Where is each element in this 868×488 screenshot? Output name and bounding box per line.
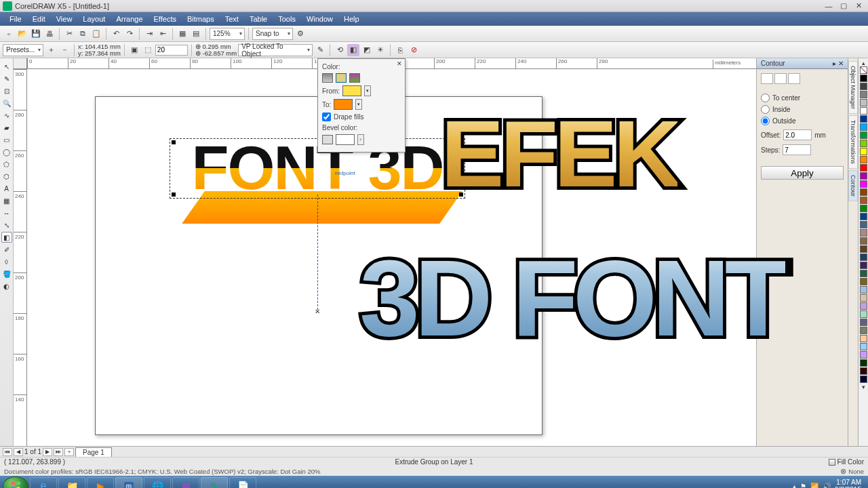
welcome-button[interactable]: ▤ xyxy=(190,28,202,40)
menu-arrange[interactable]: Arrange xyxy=(111,14,148,24)
options-button[interactable]: ⚙ xyxy=(294,28,307,40)
swatch[interactable] xyxy=(860,319,867,326)
drape-fills-checkbox[interactable] xyxy=(322,113,331,121)
clear-extrude-button[interactable]: ⊘ xyxy=(408,44,420,56)
menu-tools[interactable]: Tools xyxy=(273,14,301,24)
swatch[interactable] xyxy=(860,253,867,261)
outside-radio[interactable] xyxy=(761,117,770,125)
shape-tool[interactable]: ✎ xyxy=(1,73,12,84)
contour-preset-3[interactable] xyxy=(788,73,800,84)
fill-tool[interactable]: 🪣 xyxy=(1,268,12,279)
maximize-button[interactable]: ▢ xyxy=(837,1,850,11)
app-launcher-button[interactable]: ▦ xyxy=(176,28,189,40)
copy-props-button[interactable]: ⎘ xyxy=(394,44,406,56)
crop-tool[interactable]: ⊡ xyxy=(1,85,12,96)
apply-button[interactable]: Apply xyxy=(761,166,844,180)
zoom-select[interactable]: 125% xyxy=(210,28,245,40)
swatch[interactable] xyxy=(860,286,867,293)
first-page-button[interactable]: ⏮ xyxy=(3,448,12,456)
polygon-tool[interactable]: ⬠ xyxy=(1,159,12,169)
contour-preset-2[interactable] xyxy=(774,73,787,84)
import-button[interactable]: ⇥ xyxy=(143,28,155,40)
palette-down-button[interactable]: ▾ xyxy=(859,384,868,390)
paste-button[interactable]: 📋 xyxy=(90,28,102,40)
tray-flag-icon[interactable]: ⚑ xyxy=(800,483,806,489)
vp-arrow[interactable] xyxy=(317,195,318,310)
swatch[interactable] xyxy=(860,229,867,237)
print-button[interactable]: 🖶 xyxy=(43,28,56,40)
inside-radio[interactable] xyxy=(761,105,770,114)
prev-page-button[interactable]: ◀ xyxy=(14,448,23,456)
menu-layout[interactable]: Layout xyxy=(77,14,111,24)
last-page-button[interactable]: ⏭ xyxy=(54,448,63,456)
contour-preset-1[interactable] xyxy=(761,73,773,84)
snap-select[interactable]: Snap to xyxy=(252,28,293,40)
swatch[interactable] xyxy=(860,343,867,350)
outline-indicator[interactable]: ⊗None xyxy=(840,467,864,476)
vertical-ruler[interactable]: 300280260240220200180160140 xyxy=(14,69,27,446)
swatch[interactable] xyxy=(860,180,867,188)
fill-indicator[interactable]: Fill Color xyxy=(829,458,864,466)
swatch[interactable] xyxy=(860,302,867,310)
swatch[interactable] xyxy=(860,270,867,277)
swatch[interactable] xyxy=(860,245,867,253)
flyout-close-button[interactable]: ✕ xyxy=(397,60,402,67)
system-tray[interactable]: ▴ ⚑ 📶 🔊 1:07 AM 9/2/2015 xyxy=(793,479,865,488)
docker-menu-button[interactable]: ▸ xyxy=(833,60,836,67)
outline-tool[interactable]: ◊ xyxy=(1,256,12,267)
next-page-button[interactable]: ▶ xyxy=(43,448,52,456)
extrude-type-button[interactable]: ▣ xyxy=(128,44,140,56)
swatch[interactable] xyxy=(860,107,867,115)
swatch[interactable] xyxy=(860,351,867,359)
clock[interactable]: 1:07 AM 9/2/2015 xyxy=(835,479,861,488)
connector-tool[interactable]: ⤡ xyxy=(1,220,12,230)
close-button[interactable]: ✕ xyxy=(852,1,865,11)
new-button[interactable]: ▫ xyxy=(3,28,15,40)
undo-button[interactable]: ↶ xyxy=(110,28,122,40)
presets-select[interactable]: Presets... xyxy=(3,44,43,56)
depth-input[interactable] xyxy=(155,45,188,56)
taskbar-notepad[interactable]: 📄 xyxy=(229,477,256,488)
taskbar-app[interactable]: ▦ xyxy=(172,477,199,488)
swatch[interactable] xyxy=(860,148,867,155)
swatch[interactable] xyxy=(860,123,867,131)
swatch[interactable] xyxy=(860,262,867,269)
extrude-color-button[interactable]: ◧ xyxy=(347,44,359,56)
tray-network-icon[interactable]: 📶 xyxy=(810,483,818,489)
swatch[interactable] xyxy=(860,156,867,163)
zoom-tool[interactable]: 🔍 xyxy=(1,98,12,108)
menu-file[interactable]: File xyxy=(4,14,27,24)
ruler-corner[interactable] xyxy=(14,58,27,69)
text-tool[interactable]: A xyxy=(1,183,12,194)
handle[interactable] xyxy=(172,140,176,144)
tab-transformations[interactable]: Transformations xyxy=(848,115,858,169)
menu-table[interactable]: Table xyxy=(244,14,273,24)
swatch[interactable] xyxy=(860,75,867,82)
swatch[interactable] xyxy=(860,164,867,171)
from-color-swatch[interactable] xyxy=(342,85,361,96)
eyedropper-tool[interactable]: ✐ xyxy=(1,244,12,255)
tab-contour[interactable]: Contour xyxy=(848,170,858,201)
swatch[interactable] xyxy=(860,140,867,147)
swatch[interactable] xyxy=(860,294,867,302)
solid-fill-button[interactable] xyxy=(322,73,333,83)
swatch[interactable] xyxy=(860,278,867,285)
taskbar-media[interactable]: ▶ xyxy=(87,477,114,488)
dimension-tool[interactable]: ↔ xyxy=(1,207,12,218)
table-tool[interactable]: ▦ xyxy=(1,195,12,206)
swatch[interactable] xyxy=(860,213,867,220)
tray-up-icon[interactable]: ▴ xyxy=(793,483,796,489)
to-color-swatch[interactable] xyxy=(334,99,353,110)
add-page-button[interactable]: ＋ xyxy=(64,448,74,456)
taskbar-coreldraw[interactable]: ✎ xyxy=(201,477,228,488)
swatch[interactable] xyxy=(860,237,867,245)
swatch[interactable] xyxy=(860,99,867,106)
swatch[interactable] xyxy=(860,115,867,123)
rectangle-tool[interactable]: ▭ xyxy=(1,134,12,145)
palette-up-button[interactable]: ▴ xyxy=(859,60,868,66)
vp-mode-select[interactable]: VP Locked To Object xyxy=(238,44,313,56)
swatch[interactable] xyxy=(860,310,867,318)
vp-page-button[interactable]: ✎ xyxy=(314,44,326,56)
swatch[interactable] xyxy=(860,83,867,90)
pick-tool[interactable]: ↖ xyxy=(1,61,12,72)
